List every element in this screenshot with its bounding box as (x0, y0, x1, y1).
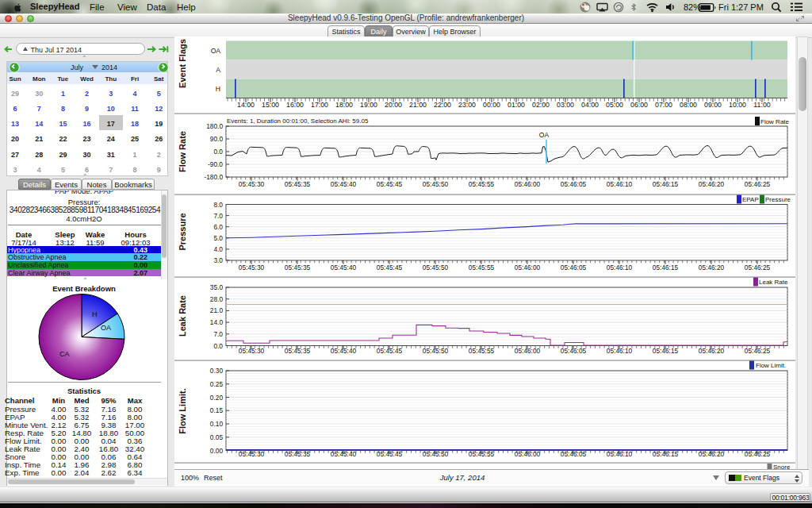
svg-text:H: H (216, 85, 220, 93)
svg-text:05:45:35: 05:45:35 (285, 264, 311, 271)
svg-text:05:46:25: 05:46:25 (745, 450, 771, 458)
svg-text:05:46:05: 05:46:05 (561, 264, 587, 271)
svg-text:05:46:05: 05:46:05 (561, 347, 587, 355)
svg-text:0.30: 0.30 (210, 367, 224, 375)
svg-text:04:00: 04:00 (581, 101, 599, 109)
svg-text:-180.0: -180.0 (204, 173, 223, 181)
svg-text:11:00: 11:00 (753, 101, 770, 109)
svg-text:05:46:15: 05:46:15 (653, 450, 679, 458)
svg-text:05:45:30: 05:45:30 (239, 264, 265, 271)
svg-text:05:46:00: 05:46:00 (515, 264, 541, 271)
svg-text:05:45:40: 05:45:40 (331, 347, 357, 355)
svg-text:OA: OA (539, 131, 550, 139)
svg-text:05:45:55: 05:45:55 (469, 180, 495, 188)
svg-text:05:45:45: 05:45:45 (377, 180, 403, 188)
svg-text:00:00: 00:00 (483, 101, 500, 109)
svg-text:05:46:00: 05:46:00 (515, 180, 541, 188)
svg-text:05:45:45: 05:45:45 (377, 450, 403, 458)
svg-text:19:00: 19:00 (360, 101, 377, 109)
svg-text:Pressure: Pressure (765, 196, 791, 203)
svg-text:05:46:15: 05:46:15 (653, 180, 679, 188)
svg-text:0.20: 0.20 (210, 394, 224, 402)
svg-text:05:45:50: 05:45:50 (423, 450, 449, 458)
svg-text:05:45:50: 05:45:50 (423, 264, 449, 271)
svg-text:14.0: 14.0 (210, 318, 224, 326)
svg-text:05:45:35: 05:45:35 (285, 180, 311, 188)
svg-text:15:00: 15:00 (262, 101, 279, 109)
svg-text:180.0: 180.0 (206, 122, 223, 130)
svg-text:09:00: 09:00 (704, 101, 722, 109)
svg-text:05:45:55: 05:45:55 (469, 450, 495, 458)
svg-text:06:00: 06:00 (630, 101, 648, 109)
svg-text:17:00: 17:00 (311, 101, 328, 109)
svg-text:-90.0: -90.0 (208, 160, 223, 168)
svg-text:05:00: 05:00 (606, 101, 623, 109)
svg-text:05:46:10: 05:46:10 (607, 347, 633, 355)
svg-text:22:00: 22:00 (434, 101, 451, 109)
svg-text:05:46:25: 05:46:25 (745, 264, 771, 271)
svg-text:07:00: 07:00 (655, 101, 672, 109)
svg-text:05:45:55: 05:45:55 (469, 264, 495, 271)
svg-text:05:46:25: 05:46:25 (745, 180, 771, 188)
svg-text:05:46:20: 05:46:20 (699, 450, 725, 458)
svg-text:05:46:00: 05:46:00 (515, 347, 541, 355)
svg-text:10:00: 10:00 (729, 101, 746, 109)
svg-text:05:45:40: 05:45:40 (331, 180, 357, 188)
svg-text:Leak Rate: Leak Rate (759, 279, 788, 286)
svg-text:0.10: 0.10 (210, 420, 224, 428)
svg-text:05:45:30: 05:45:30 (239, 347, 265, 355)
svg-text:6.0: 6.0 (213, 223, 223, 231)
svg-text:7.0: 7.0 (213, 212, 223, 220)
svg-text:23:00: 23:00 (458, 101, 476, 109)
svg-text:05:45:55: 05:45:55 (469, 347, 495, 355)
svg-text:05:46:20: 05:46:20 (699, 347, 725, 355)
svg-text:0.0: 0.0 (213, 148, 223, 156)
svg-text:Flow Limit.: Flow Limit. (756, 362, 786, 369)
svg-text:02:00: 02:00 (532, 101, 550, 109)
svg-text:05:46:25: 05:46:25 (745, 347, 771, 355)
svg-text:CA: CA (59, 350, 70, 358)
svg-text:03:00: 03:00 (557, 101, 574, 109)
svg-text:05:45:35: 05:45:35 (285, 347, 311, 355)
svg-text:05:45:50: 05:45:50 (423, 180, 449, 188)
svg-text:90.0: 90.0 (210, 135, 224, 143)
svg-text:EPAP: EPAP (742, 196, 759, 203)
svg-text:16:00: 16:00 (286, 101, 304, 109)
svg-text:18:00: 18:00 (335, 101, 353, 109)
svg-text:05:45:30: 05:45:30 (239, 180, 265, 188)
svg-text:5.0: 5.0 (213, 234, 223, 242)
svg-text:05:46:15: 05:46:15 (653, 347, 679, 355)
svg-text:A: A (216, 66, 220, 74)
svg-text:0.00: 0.00 (210, 447, 224, 455)
svg-text:05:46:05: 05:46:05 (561, 180, 587, 188)
svg-text:35.0: 35.0 (210, 283, 224, 291)
svg-text:Events: 1, Duration 00:01:00,: Events: 1, Duration 00:01:00, Selection … (227, 117, 369, 125)
svg-text:0.0: 0.0 (213, 342, 223, 350)
svg-text:05:45:40: 05:45:40 (331, 264, 357, 271)
svg-text:8.0: 8.0 (213, 201, 223, 209)
svg-text:7.0: 7.0 (213, 330, 223, 338)
svg-text:05:46:10: 05:46:10 (607, 264, 633, 271)
svg-text:20:00: 20:00 (385, 101, 402, 109)
svg-text:05:45:30: 05:45:30 (239, 450, 265, 458)
svg-text:4.0: 4.0 (213, 245, 223, 253)
svg-text:21:00: 21:00 (409, 101, 427, 109)
svg-text:0.25: 0.25 (210, 380, 224, 388)
svg-text:05:45:40: 05:45:40 (331, 450, 357, 458)
svg-text:05:46:10: 05:46:10 (607, 180, 633, 188)
svg-text:OA: OA (211, 47, 221, 55)
svg-text:05:45:50: 05:45:50 (423, 347, 449, 355)
svg-text:21.0: 21.0 (210, 306, 224, 314)
svg-text:H: H (92, 310, 98, 318)
svg-text:0.05: 0.05 (210, 433, 224, 441)
svg-text:08:00: 08:00 (680, 101, 697, 109)
svg-text:28.0: 28.0 (210, 295, 224, 303)
svg-text:OA: OA (101, 324, 111, 332)
svg-text:05:45:45: 05:45:45 (377, 264, 403, 271)
svg-text:05:46:00: 05:46:00 (515, 450, 541, 458)
svg-text:05:45:35: 05:45:35 (285, 450, 311, 458)
svg-text:14:00: 14:00 (237, 101, 255, 109)
svg-text:05:46:15: 05:46:15 (653, 264, 679, 271)
svg-text:05:46:20: 05:46:20 (699, 180, 725, 188)
svg-text:05:46:05: 05:46:05 (561, 450, 587, 458)
